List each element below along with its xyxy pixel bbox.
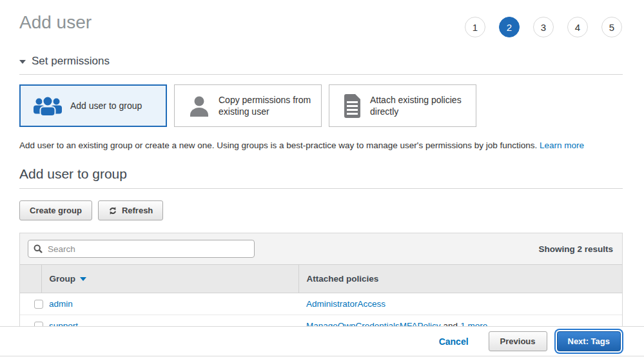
sort-desc-icon [80,277,86,281]
set-permissions-toggle[interactable]: Set permissions [19,55,623,68]
document-icon [342,94,362,118]
learn-more-link[interactable]: Learn more [540,141,584,150]
group-icon [33,96,63,116]
refresh-label: Refresh [122,206,153,215]
policy-link[interactable]: AdministratorAccess [306,299,385,309]
step-indicator: 1 2 3 4 5 [465,12,623,37]
table-header-row: Group Attached policies [20,265,622,293]
page-title: Add user [19,12,92,34]
search-icon [34,244,43,256]
header-checkbox-cell [20,265,41,293]
column-header-attached-policies[interactable]: Attached policies [298,265,622,293]
card-label: Attach existing policies directly [370,94,468,117]
step-4[interactable]: 4 [567,17,588,37]
card-attach-policies[interactable]: Attach existing policies directly [329,84,476,127]
step-3[interactable]: 3 [533,17,554,37]
step-1[interactable]: 1 [465,17,485,37]
card-label: Copy permissions from existing user [219,94,313,117]
column-header-policies-label: Attached policies [307,274,379,284]
card-add-user-to-group[interactable]: Add user to group [19,84,167,127]
chevron-down-icon [19,60,26,64]
groups-panel: Showing 2 results Group Attached policie… [19,233,623,337]
section-divider [19,74,623,75]
panel-toolbar: Showing 2 results [20,233,622,264]
group-section-divider [19,188,623,189]
group-section-title: Add user to group [19,166,623,182]
row-checkbox[interactable] [34,300,43,309]
results-count: Showing 2 results [538,244,614,254]
create-group-button[interactable]: Create group [19,200,92,220]
search-input[interactable] [28,240,255,258]
step-2[interactable]: 2 [499,17,520,37]
next-tags-button[interactable]: Next: Tags [557,331,621,351]
column-header-group[interactable]: Group [41,265,298,293]
permissions-description: Add user to an existing group or create … [19,141,623,150]
wizard-footer: Cancel Previous Next: Tags [0,326,644,356]
card-label: Add user to group [70,100,142,112]
page-header: Add user 1 2 3 4 5 [19,0,623,37]
permission-cards: Add user to group Copy permissions from … [19,84,623,127]
table-row: admin AdministratorAccess [20,293,622,315]
step-5[interactable]: 5 [601,17,622,37]
group-link[interactable]: admin [49,299,73,309]
refresh-button[interactable]: Refresh [98,200,163,220]
group-toolbar: Create group Refresh [19,200,623,220]
refresh-icon [108,206,117,215]
cancel-link[interactable]: Cancel [439,336,469,347]
column-header-group-label: Group [50,274,76,284]
set-permissions-label: Set permissions [32,55,110,68]
user-icon [188,94,211,117]
previous-button[interactable]: Previous [489,331,547,351]
search-box [28,240,255,258]
card-copy-permissions[interactable]: Copy permissions from existing user [174,84,322,127]
description-text: Add user to an existing group or create … [19,141,537,150]
